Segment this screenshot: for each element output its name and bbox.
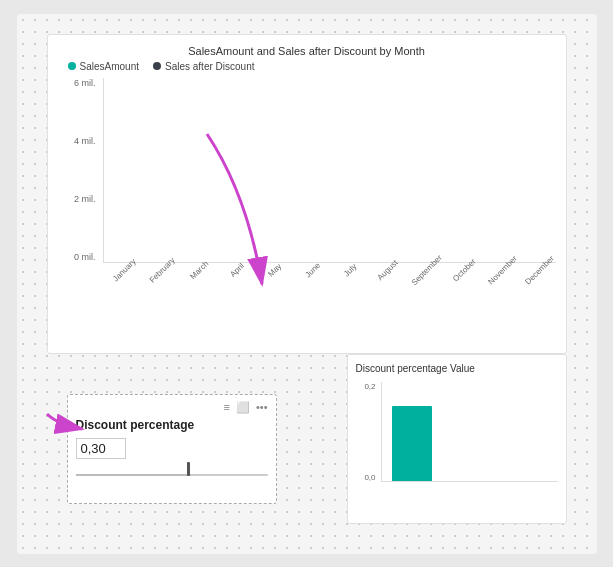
y-axis-labels: 6 mil. 4 mil. 2 mil. 0 mil.: [58, 78, 100, 263]
x-label-text: May: [266, 261, 283, 278]
slicer-menu-icon[interactable]: ≡: [224, 401, 230, 414]
legend-item-sales-amount: SalesAmount: [68, 61, 139, 72]
slider-container[interactable]: [76, 467, 268, 483]
mini-chart-panel: Discount percentage Value 0,2 0,0: [347, 354, 567, 524]
x-label-item: March: [178, 263, 216, 313]
x-label-item: July: [328, 263, 366, 313]
x-label-item: December: [518, 263, 556, 313]
slider-thumb[interactable]: [187, 462, 190, 476]
y-label-2: 2 mil.: [74, 194, 96, 204]
x-label-item: October: [443, 263, 481, 313]
slicer-panel: ≡ ⬜ ••• Discount percentage 0,30: [67, 394, 277, 504]
x-label-item: January: [103, 263, 141, 313]
slicer-expand-icon[interactable]: ⬜: [236, 401, 250, 414]
x-labels: JanuaryFebruaryMarchAprilMayJuneJulyAugu…: [103, 263, 556, 313]
slicer-title: Discount percentage: [76, 418, 268, 432]
y-label-6: 6 mil.: [74, 78, 96, 88]
x-label-item: September: [404, 263, 443, 313]
x-label-item: May: [253, 263, 291, 313]
x-label-item: June: [291, 263, 329, 313]
x-label-item: February: [140, 263, 178, 313]
legend-item-sales-after-discount: Sales after Discount: [153, 61, 255, 72]
x-label-text: April: [229, 261, 247, 279]
x-label-item: August: [366, 263, 404, 313]
x-label-text: March: [189, 259, 211, 281]
x-label-text: July: [342, 261, 358, 277]
mini-chart-title: Discount percentage Value: [356, 363, 558, 374]
legend-label-sales-amount: SalesAmount: [80, 61, 139, 72]
mini-bars: [381, 382, 558, 482]
legend-dot-teal: [68, 62, 76, 70]
bar-chart-area: 6 mil. 4 mil. 2 mil. 0 mil. JanuaryFebru…: [58, 78, 556, 313]
legend-dot-dark: [153, 62, 161, 70]
mini-y-labels: 0,2 0,0: [356, 382, 378, 482]
slider-fill: [76, 474, 191, 476]
x-label-item: April: [215, 263, 253, 313]
dashboard: SalesAmount and Sales after Discount by …: [17, 14, 597, 554]
mini-y-label-00: 0,0: [364, 473, 375, 482]
chart-legend: SalesAmount Sales after Discount: [58, 61, 556, 72]
mini-bar-single: [392, 406, 432, 480]
slicer-header: ≡ ⬜ •••: [76, 401, 268, 414]
slicer-value: 0,30: [76, 438, 126, 459]
slicer-more-icon[interactable]: •••: [256, 401, 268, 414]
slider-track: [76, 474, 268, 476]
mini-bar-area: 0,2 0,0: [356, 382, 558, 502]
bars-container: [103, 78, 556, 263]
main-chart-panel: SalesAmount and Sales after Discount by …: [47, 34, 567, 354]
y-label-0: 0 mil.: [74, 252, 96, 262]
x-label-text: June: [303, 260, 322, 279]
mini-y-label-02: 0,2: [364, 382, 375, 391]
legend-label-sales-after-discount: Sales after Discount: [165, 61, 255, 72]
y-label-4: 4 mil.: [74, 136, 96, 146]
x-label-item: November: [480, 263, 518, 313]
chart-title: SalesAmount and Sales after Discount by …: [58, 45, 556, 57]
